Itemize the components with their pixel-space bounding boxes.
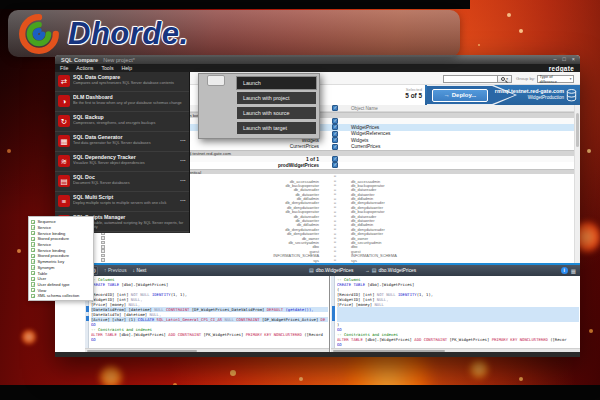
filter-item-label: Stored procedure bbox=[37, 236, 69, 241]
group-checkbox[interactable] bbox=[332, 118, 338, 124]
next-difference-button[interactable]: ↓ Next bbox=[133, 268, 147, 273]
row-checkbox[interactable] bbox=[332, 144, 338, 150]
checkbox-checked-icon[interactable] bbox=[31, 225, 35, 229]
filter-item-label: User defined type bbox=[37, 282, 69, 287]
owner-icon bbox=[101, 254, 105, 258]
code-line: GO bbox=[91, 337, 328, 342]
source-sql-pane[interactable]: -- ColumnsCREATE TABLE [dbo].[WidgetPric… bbox=[85, 276, 330, 352]
filter-item-label: Sequence bbox=[37, 219, 55, 224]
server-name: rmsql.testnet.red-gate.com bbox=[495, 88, 564, 94]
deploy-button[interactable]: → Deploy... bbox=[432, 89, 488, 102]
code-line: GO bbox=[337, 342, 579, 347]
scrollbar-thumb[interactable] bbox=[576, 113, 579, 147]
filter-item-label: User bbox=[37, 276, 46, 281]
more-icon[interactable]: ••• bbox=[180, 198, 186, 203]
checkbox-checked-icon[interactable] bbox=[31, 288, 35, 292]
owner-icon bbox=[101, 236, 105, 240]
arrow-up-icon: ↑ bbox=[104, 268, 106, 273]
checkbox-checked-icon[interactable] bbox=[31, 294, 35, 298]
target-banner: → Deploy... rmsql.testnet.red-gate.com W… bbox=[425, 85, 580, 105]
checkbox-checked-icon[interactable] bbox=[31, 259, 35, 263]
target-sql-code: -- ColumnsCREATE TABLE [dbo].[WidgetPric… bbox=[337, 277, 579, 347]
row-checkbox[interactable] bbox=[332, 124, 338, 130]
status-bar bbox=[55, 352, 580, 357]
checkbox-checked-icon[interactable] bbox=[31, 282, 35, 286]
row-checkbox[interactable] bbox=[332, 137, 338, 143]
toolbelt-item-sql-data-generator[interactable]: ▦SQL Data GeneratorTest data generator f… bbox=[55, 132, 189, 152]
right-object-name: Widgets bbox=[348, 138, 574, 143]
group-checkbox[interactable] bbox=[332, 156, 338, 162]
toolbelt-item-sql-backup[interactable]: ↻SQL BackupCompresses, strengthens, and … bbox=[55, 112, 189, 132]
toolbelt-item-name: SQL Backup bbox=[73, 114, 186, 120]
grid-scrollbar[interactable] bbox=[574, 105, 580, 263]
layout-icon[interactable]: ▦ bbox=[571, 268, 576, 274]
equals-icon: = bbox=[334, 258, 336, 262]
filter-item-label: Stored procedure bbox=[37, 253, 69, 258]
filter-item-xml-schema-collection[interactable]: XML schema collection bbox=[31, 293, 91, 299]
menu-item-launch[interactable]: Launch bbox=[237, 77, 316, 89]
server-info: rmsql.testnet.red-gate.com WidgetProduct… bbox=[495, 88, 564, 100]
checkbox-checked-icon[interactable] bbox=[31, 248, 35, 252]
grid-row[interactable]: Schemasys=sys bbox=[55, 258, 574, 262]
toolbelt-item-sql-multi-script[interactable]: ≡SQL Multi ScriptDeploy multiple scripts… bbox=[55, 192, 189, 212]
row-checkbox[interactable] bbox=[332, 131, 338, 137]
filter-item-label: Service bbox=[37, 242, 51, 247]
launch-split-button[interactable] bbox=[207, 75, 225, 86]
group-by-select[interactable]: Type of difference ▾ bbox=[537, 75, 574, 83]
toolbelt-item-desc: Visualize SQL Server object dependencies bbox=[73, 161, 177, 165]
letterbox-top bbox=[0, 0, 470, 9]
sql-data-generator-icon: ▦ bbox=[58, 135, 70, 147]
checkbox-checked-icon[interactable] bbox=[31, 254, 35, 258]
search-button[interactable]: ▾ bbox=[498, 75, 512, 83]
checkbox-checked-icon[interactable] bbox=[31, 271, 35, 275]
more-icon[interactable]: ••• bbox=[180, 158, 186, 163]
menu-tools[interactable]: Tools bbox=[101, 65, 113, 71]
more-icon[interactable]: ••• bbox=[180, 138, 186, 143]
menu-item-launch-with-source[interactable]: Launch with source bbox=[237, 107, 316, 119]
owner-icon bbox=[101, 241, 105, 245]
info-icon[interactable]: i bbox=[561, 267, 568, 274]
bokeh-glow bbox=[22, 330, 36, 344]
toolbelt-item-sql-doc[interactable]: ▤SQL DocDocument SQL Server databases••• bbox=[55, 172, 189, 192]
menu-actions[interactable]: Actions bbox=[76, 65, 93, 71]
select-all-checkbox[interactable] bbox=[332, 105, 338, 111]
checkbox-checked-icon[interactable] bbox=[31, 231, 35, 235]
right-object-name-header[interactable]: Object Name bbox=[348, 106, 574, 111]
menu-help[interactable]: Help bbox=[121, 65, 132, 71]
row-checkbox[interactable] bbox=[332, 162, 338, 168]
right-object-name: WidgetPrices bbox=[348, 125, 574, 130]
toolbelt-items: ⇄SQL Data CompareCompares and synchroniz… bbox=[55, 72, 189, 232]
target-sql-pane[interactable]: -- ColumnsCREATE TABLE [dbo].[WidgetPric… bbox=[331, 276, 580, 352]
left-pane-tab[interactable]: ▤ dbo.WidgetPrices bbox=[309, 267, 353, 273]
diff-map bbox=[331, 276, 335, 352]
maximize-button[interactable]: □ bbox=[563, 56, 566, 62]
checkbox-checked-icon[interactable] bbox=[31, 277, 35, 281]
close-button[interactable]: × bbox=[572, 56, 575, 62]
checkbox-checked-icon[interactable] bbox=[31, 220, 35, 224]
arrow-down-icon: ↓ bbox=[133, 268, 135, 273]
toolbelt-item-name: DLM Dashboard bbox=[73, 94, 186, 100]
object-type-filter-panel: SequenceServiceService bindingStored pro… bbox=[28, 216, 94, 301]
previous-difference-button[interactable]: ↑ Previous bbox=[104, 268, 127, 273]
toolbelt-item-dlm-dashboard[interactable]: ◑DLM DashboardBe the first to know when … bbox=[55, 92, 189, 112]
minimize-button[interactable]: – bbox=[554, 56, 557, 62]
more-icon[interactable]: ••• bbox=[180, 178, 186, 183]
deploy-button-label: Deploy... bbox=[452, 92, 477, 98]
source-sql-code: -- ColumnsCREATE TABLE [dbo].[WidgetPric… bbox=[91, 277, 328, 347]
filter-item-label: Service binding bbox=[37, 231, 65, 236]
search-input[interactable] bbox=[443, 75, 498, 83]
checkbox-checked-icon[interactable] bbox=[31, 237, 35, 241]
toolbelt-item-sql-dependency-tracker[interactable]: ≋SQL Dependency TrackerVisualize SQL Ser… bbox=[55, 152, 189, 172]
right-pane-tab[interactable]: → ▤ dbo.WidgetPrices bbox=[365, 267, 416, 273]
filter-item-label: Table bbox=[37, 271, 47, 276]
toolbelt-item-desc: Deploy multiple scripts to multiple serv… bbox=[73, 201, 177, 205]
menu-file[interactable]: File bbox=[60, 65, 68, 71]
sql-backup-icon: ↻ bbox=[58, 115, 70, 127]
checkbox-checked-icon[interactable] bbox=[31, 265, 35, 269]
dhorde-swirl-icon bbox=[18, 13, 60, 55]
menu-bar: File Actions Tools Help redgate bbox=[55, 64, 580, 72]
menu-item-launch-with-target[interactable]: Launch with target bbox=[237, 122, 316, 134]
checkbox-checked-icon[interactable] bbox=[31, 242, 35, 246]
menu-item-launch-with-project[interactable]: Launch with project bbox=[237, 92, 316, 104]
toolbelt-item-sql-data-compare[interactable]: ⇄SQL Data CompareCompares and synchroniz… bbox=[55, 72, 189, 92]
